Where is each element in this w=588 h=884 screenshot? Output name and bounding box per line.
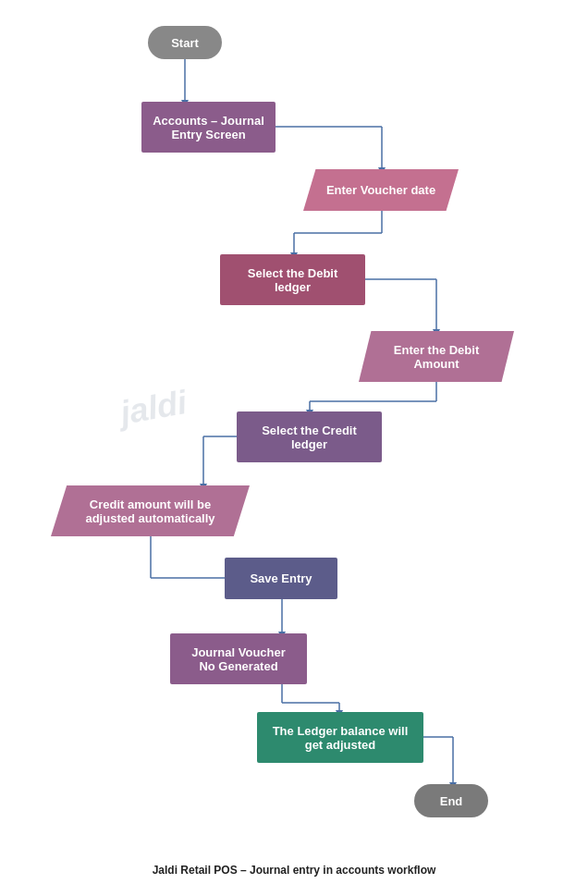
enter-debit-amount-node: Enter the Debit Amount bbox=[359, 331, 514, 382]
journal-voucher-node: Journal Voucher No Generated bbox=[170, 633, 307, 684]
flowchart-diagram: jaldi bbox=[0, 0, 588, 851]
end-node: End bbox=[414, 784, 488, 817]
enter-voucher-date-node: Enter Voucher date bbox=[303, 169, 459, 211]
watermark: jaldi bbox=[117, 383, 190, 433]
ledger-balance-node: The Ledger balance will get adjusted bbox=[257, 712, 423, 763]
diagram-caption: Jaldi Retail POS – Journal entry in acco… bbox=[153, 864, 436, 877]
save-entry-node: Save Entry bbox=[225, 558, 337, 599]
credit-amount-auto-node: Credit amount will be adjusted automatic… bbox=[51, 485, 250, 536]
select-debit-ledger-node: Select the Debit ledger bbox=[220, 254, 365, 305]
journal-entry-screen-node: Accounts – Journal Entry Screen bbox=[141, 102, 276, 153]
start-node: Start bbox=[148, 26, 222, 59]
select-credit-ledger-node: Select the Credit ledger bbox=[237, 411, 382, 462]
